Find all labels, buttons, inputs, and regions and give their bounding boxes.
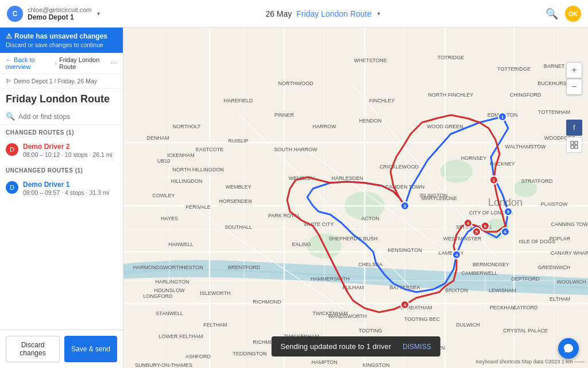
top-bar-center: 26 May Friday London Route ▾ [265, 9, 380, 18]
svg-text:FINCHLEY: FINCHLEY [369, 98, 395, 103]
route-item-driver2[interactable]: D Demo Driver 2 08:00 – 10:12 · 10 stops… [0, 138, 123, 163]
maps-layers-button[interactable] [566, 137, 582, 153]
svg-text:NORTHOLT: NORTHOLT [173, 124, 201, 129]
svg-text:DEPTFORD: DEPTFORD [511, 276, 540, 282]
facebook-button[interactable]: f [566, 120, 582, 136]
svg-text:UB10: UB10 [157, 158, 171, 164]
date-label: 26 May [265, 9, 292, 18]
svg-text:4: 4 [455, 252, 458, 258]
driver1-details: 08:00 – 09:57 · 4 stops · 31.3 mi [23, 189, 117, 196]
svg-text:ICKENHAM: ICKENHAM [167, 152, 195, 158]
route-name-header[interactable]: Friday London Route [296, 9, 372, 18]
route-name-dropdown-icon[interactable]: ▾ [377, 10, 380, 17]
save-button[interactable]: Save & send [64, 336, 117, 362]
svg-text:FELTHAM: FELTHAM [203, 322, 227, 328]
svg-text:STRATFORD: STRATFORD [521, 178, 553, 184]
svg-text:NORTH FINCHLEY: NORTH FINCHLEY [428, 92, 474, 98]
svg-text:4: 4 [404, 302, 407, 308]
svg-text:HENDON: HENDON [359, 118, 381, 124]
route-item-driver1[interactable]: D Demo Driver 1 08:00 – 09:57 · 4 stops … [0, 176, 123, 201]
search-stop-row: 🔍 [0, 109, 123, 125]
user-avatar-button[interactable]: OK [565, 6, 581, 22]
svg-rect-150 [575, 145, 578, 148]
svg-text:5: 5 [475, 229, 478, 235]
account-depot: Demo Depot 1 [28, 13, 91, 21]
breadcrumb-current: Friday London Route [59, 56, 109, 70]
main-content: ⚠ Route has unsaved changes Discard or s… [0, 28, 588, 368]
chat-button[interactable] [558, 338, 579, 359]
account-dropdown-icon[interactable]: ▾ [97, 10, 100, 17]
svg-text:4: 4 [467, 221, 470, 226]
svg-text:LEWISHAM: LEWISHAM [489, 288, 516, 293]
svg-text:RICHMOND: RICHMOND [253, 299, 281, 305]
driver2-icon: D [6, 143, 18, 156]
dismiss-button[interactable]: Dismiss [403, 343, 431, 351]
unchanged-routes-label: UNCHANGED ROUTES (1) [0, 163, 123, 176]
svg-text:STANWELL: STANWELL [156, 310, 183, 316]
top-bar-left: C chloe@getircircuit.com Demo Depot 1 ▾ [7, 6, 100, 22]
discard-button[interactable]: Discard changes [6, 336, 60, 362]
map-side-buttons: f [566, 120, 582, 153]
svg-text:KINGSTON: KINGSTON [363, 362, 390, 368]
svg-text:ELTHAM: ELTHAM [550, 296, 570, 302]
svg-text:London: London [488, 197, 523, 208]
svg-text:CRYSTAL PALACE: CRYSTAL PALACE [503, 328, 548, 334]
svg-text:WOOD GREEN: WOOD GREEN [427, 124, 463, 129]
map-svg: WHETSTONE TOTRIDGE TOTTERIDGE BARNET CHI… [123, 28, 588, 368]
svg-text:CHINGFORD: CHINGFORD [510, 92, 541, 98]
svg-text:HILLINGDON: HILLINGDON [171, 178, 202, 184]
breadcrumb: ← Back to overview › Friday London Route… [0, 53, 123, 74]
svg-text:RUISLIP: RUISLIP [228, 138, 248, 144]
svg-text:BRIXTON: BRIXTON [445, 288, 468, 293]
svg-text:HARMONDSWORTH: HARMONDSWORTH [133, 264, 183, 270]
map-controls: + − [566, 62, 582, 95]
svg-text:GREENWICH: GREENWICH [538, 264, 570, 270]
svg-text:6: 6 [484, 224, 487, 229]
svg-text:LONGFORD: LONGFORD [143, 293, 173, 299]
svg-text:ISLE OF DOGS: ISLE OF DOGS [519, 239, 555, 244]
svg-text:TOTRIDGE: TOTRIDGE [438, 55, 464, 60]
svg-rect-147 [571, 141, 574, 144]
svg-text:WALTHAMSTOW: WALTHAMSTOW [505, 144, 546, 150]
route-title: Friday London Route [0, 89, 123, 109]
search-button[interactable]: 🔍 [546, 7, 558, 20]
unsaved-banner-title: ⚠ Route has unsaved changes [6, 32, 117, 40]
search-stop-input[interactable] [18, 113, 117, 121]
unsaved-banner: ⚠ Route has unsaved changes Discard or s… [0, 28, 123, 53]
svg-text:ASHFORD: ASHFORD [185, 354, 211, 359]
svg-text:SOUTH HARROW: SOUTH HARROW [274, 147, 318, 152]
svg-text:PECKHAM: PECKHAM [490, 305, 516, 310]
svg-text:TOTTERIDGE: TOTTERIDGE [497, 66, 531, 72]
svg-text:ACTON: ACTON [361, 216, 379, 221]
search-icon: 🔍 [6, 112, 15, 121]
svg-text:LOWER FELTHAM: LOWER FELTHAM [159, 334, 203, 339]
driver1-icon: D [6, 181, 18, 194]
bottom-bar: Discard changes Save & send [0, 329, 123, 368]
svg-text:HAREFIELD: HAREFIELD [224, 98, 253, 103]
svg-text:CAMBERWELL: CAMBERWELL [462, 270, 498, 276]
svg-text:SHEPHERD'S BUSH: SHEPHERD'S BUSH [328, 236, 377, 241]
account-email: chloe@getircircuit.com [28, 6, 91, 13]
breadcrumb-menu-icon[interactable]: ⋯ [111, 60, 117, 67]
driver1-info: Demo Driver 1 08:00 – 09:57 · 4 stops · … [23, 181, 117, 196]
svg-text:3: 3 [404, 204, 407, 209]
map-area[interactable]: WHETSTONE TOTRIDGE TOTTERIDGE BARNET CHI… [123, 28, 588, 368]
zoom-out-button[interactable]: − [566, 79, 582, 95]
svg-text:COWLEY: COWLEY [152, 193, 175, 198]
svg-text:CATFORD: CATFORD [513, 305, 538, 310]
svg-text:HOUNSLOW: HOUNSLOW [154, 288, 185, 293]
notification-text: Sending updated route to 1 driver [280, 342, 391, 351]
svg-text:HACKNEY: HACKNEY [490, 161, 515, 167]
top-bar-right: 🔍 OK [546, 6, 581, 22]
svg-text:PERIVALE: PERIVALE [185, 204, 210, 210]
zoom-in-button[interactable]: + [566, 62, 582, 78]
account-info: chloe@getircircuit.com Demo Depot 1 [28, 6, 91, 21]
depot-date-row: 🏳 Demo Depot 1 / Friday, 26 May [0, 74, 123, 89]
breadcrumb-back-link[interactable]: ← Back to overview [6, 56, 52, 70]
svg-text:HORSENDEN: HORSENDEN [219, 198, 252, 204]
svg-text:TOOTING BEC: TOOTING BEC [404, 316, 440, 322]
svg-text:HARLINGTON: HARLINGTON [156, 279, 189, 285]
svg-text:TOOTING: TOOTING [359, 328, 382, 334]
driver2-name: Demo Driver 2 [23, 143, 117, 151]
depot-flag-icon: 🏳 [6, 78, 12, 85]
